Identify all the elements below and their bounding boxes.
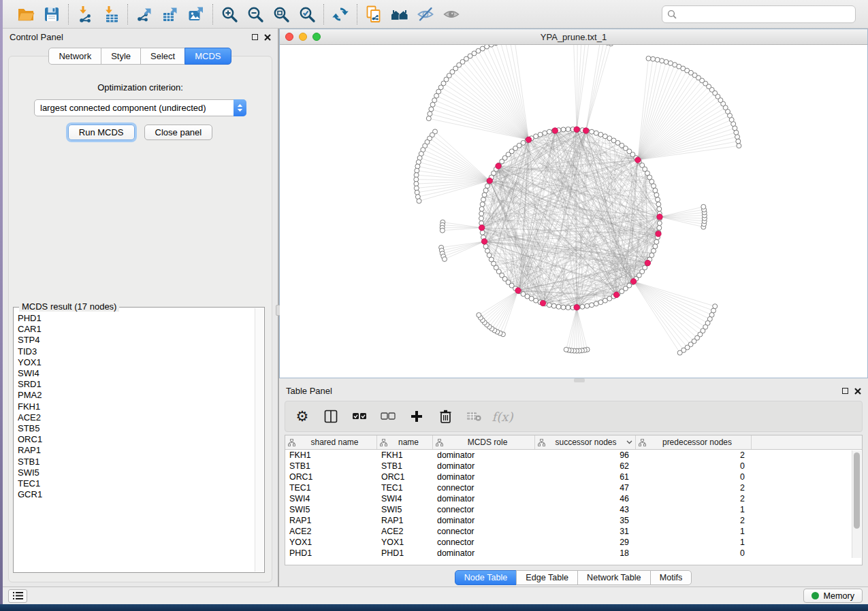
table-cell[interactable]: SWI5 <box>377 504 433 515</box>
table-cell[interactable]: 18 <box>535 548 636 559</box>
zoom-in-icon[interactable] <box>221 5 238 23</box>
zoom-out-icon[interactable] <box>246 5 264 23</box>
table-cell[interactable]: YOX1 <box>377 537 433 548</box>
close-panel-button[interactable]: Close panel <box>144 125 213 140</box>
table-cell[interactable]: TEC1 <box>285 482 377 493</box>
table-cell[interactable]: 62 <box>535 461 636 472</box>
mcds-result-item[interactable]: TEC1 <box>18 478 255 489</box>
scrollbar-thumb[interactable] <box>854 452 860 529</box>
table-row[interactable]: PHD1PHD1dominator180 <box>285 548 862 559</box>
select-all-rows-icon[interactable] <box>352 409 367 424</box>
table-cell[interactable]: 35 <box>535 515 636 526</box>
table-cell[interactable]: 0 <box>636 548 752 559</box>
show-all-icon[interactable] <box>443 5 460 23</box>
table-cell[interactable]: STB1 <box>285 461 377 472</box>
mcds-result-item[interactable]: CAR1 <box>18 324 255 335</box>
mcds-result-scrollbar[interactable] <box>255 308 263 572</box>
tab-mcds[interactable]: MCDS <box>184 48 231 65</box>
table-cell[interactable]: FKH1 <box>377 450 433 461</box>
table-cell[interactable]: 1 <box>636 504 752 515</box>
open-network-files-icon[interactable] <box>365 5 383 23</box>
zoom-fit-icon[interactable] <box>272 5 290 23</box>
table-cell[interactable]: FKH1 <box>285 450 377 461</box>
table-cell[interactable]: ACE2 <box>285 526 377 537</box>
mcds-result-item[interactable]: SRD1 <box>18 379 255 390</box>
table-cell[interactable]: 2 <box>636 482 752 493</box>
table-cell[interactable]: 0 <box>636 461 752 472</box>
show-hide-columns-icon[interactable] <box>323 409 338 424</box>
tab-edge-table[interactable]: Edge Table <box>516 570 578 585</box>
export-image-icon[interactable] <box>187 5 205 23</box>
mcds-result-item[interactable]: STB5 <box>18 423 255 434</box>
export-network-icon[interactable] <box>135 5 153 23</box>
table-row[interactable]: STB1STB1dominator620 <box>285 461 862 472</box>
table-cell[interactable]: dominator <box>433 472 535 482</box>
table-cell[interactable]: SWI5 <box>285 504 377 515</box>
deselect-all-rows-icon[interactable] <box>381 409 396 424</box>
mcds-result-item[interactable]: YOX1 <box>18 357 255 368</box>
zoom-selected-icon[interactable] <box>298 5 316 23</box>
import-table-icon[interactable] <box>102 5 120 23</box>
table-cell[interactable]: connector <box>433 526 535 537</box>
mcds-result-item[interactable]: STP4 <box>18 335 255 346</box>
tab-node-table[interactable]: Node Table <box>455 570 517 585</box>
float-panel-icon[interactable] <box>842 388 848 394</box>
vertical-splitter[interactable] <box>278 29 279 587</box>
table-cell[interactable]: 0 <box>636 472 752 482</box>
table-cell[interactable]: 47 <box>535 482 636 493</box>
table-cell[interactable]: ACE2 <box>377 526 433 537</box>
table-row[interactable]: ACE2ACE2connector311 <box>285 526 862 537</box>
close-panel-icon[interactable] <box>854 388 861 395</box>
float-panel-icon[interactable] <box>252 34 258 40</box>
table-cell[interactable]: dominator <box>433 450 535 461</box>
mcds-result-item[interactable]: GCR1 <box>18 489 255 500</box>
table-row[interactable]: YOX1YOX1connector291 <box>285 537 862 548</box>
table-cell[interactable]: ORC1 <box>285 472 377 482</box>
mcds-result-item[interactable]: TID3 <box>18 346 255 357</box>
table-cell[interactable]: SWI4 <box>285 493 377 504</box>
table-cell[interactable]: connector <box>433 482 535 493</box>
tab-motifs[interactable]: Motifs <box>650 570 692 585</box>
run-mcds-button[interactable]: Run MCDS <box>68 125 135 140</box>
delete-columns-icon[interactable] <box>438 409 453 424</box>
table-cell[interactable]: 1 <box>636 537 752 548</box>
table-cell[interactable]: dominator <box>433 515 535 526</box>
table-row[interactable]: FKH1FKH1dominator962 <box>285 450 862 461</box>
mcds-result-item[interactable]: PHD1 <box>18 313 255 324</box>
tab-select[interactable]: Select <box>140 48 185 65</box>
tab-network[interactable]: Network <box>48 48 101 65</box>
table-cell[interactable]: ORC1 <box>377 472 433 482</box>
table-cell[interactable]: 29 <box>535 537 636 548</box>
table-cell[interactable]: TEC1 <box>377 482 433 493</box>
table-cell[interactable]: 2 <box>636 515 752 526</box>
table-cell[interactable]: 43 <box>535 504 636 515</box>
column-header-shared-name[interactable]: shared name <box>285 435 377 449</box>
open-file-icon[interactable] <box>17 5 35 23</box>
splitter-grip[interactable] <box>574 378 585 382</box>
table-cell[interactable]: 46 <box>535 493 636 504</box>
table-row[interactable]: SWI5SWI5connector431 <box>285 504 862 515</box>
column-header-MCDS-role[interactable]: MCDS role <box>433 435 535 449</box>
optimization-criterion-select[interactable]: largest connected component (undirected) <box>34 99 246 116</box>
table-row[interactable]: ORC1ORC1dominator610 <box>285 472 862 482</box>
save-session-icon[interactable] <box>43 5 61 23</box>
tab-network-table[interactable]: Network Table <box>577 570 651 585</box>
table-cell[interactable]: PHD1 <box>285 548 377 559</box>
mcds-result-item[interactable]: FKH1 <box>18 401 255 412</box>
column-header-name[interactable]: name <box>377 435 433 449</box>
column-header-predecessor-nodes[interactable]: predecessor nodes <box>636 435 752 449</box>
table-cell[interactable]: 61 <box>535 472 636 482</box>
mcds-result-item[interactable]: STB1 <box>18 457 255 467</box>
table-cell[interactable]: dominator <box>433 548 535 559</box>
table-cell[interactable]: RAP1 <box>285 515 377 526</box>
memory-button[interactable]: Memory <box>803 589 863 603</box>
table-cell[interactable]: PHD1 <box>377 548 433 559</box>
table-cell[interactable]: 31 <box>535 526 636 537</box>
mcds-result-item[interactable]: RAP1 <box>18 445 255 456</box>
mcds-result-item[interactable]: SWI5 <box>18 467 255 478</box>
table-row[interactable]: TEC1TEC1connector472 <box>285 482 862 493</box>
table-cell[interactable]: STB1 <box>377 461 433 472</box>
search-input[interactable] <box>680 9 850 19</box>
mcds-result-item[interactable]: SWI4 <box>18 368 255 379</box>
mcds-result-item[interactable]: ORC1 <box>18 434 255 445</box>
